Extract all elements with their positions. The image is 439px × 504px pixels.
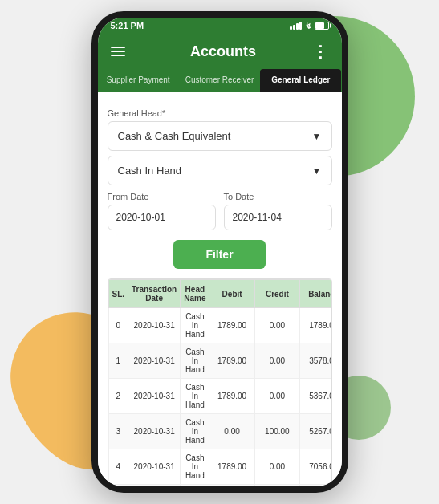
table-row: 3 2020-10-31 Cash In Hand 0.00 100.00 52… xyxy=(108,414,332,449)
cell-credit: 0.00 xyxy=(254,343,299,379)
signal-icon xyxy=(290,22,302,30)
hamburger-menu-button[interactable] xyxy=(111,47,125,56)
chevron-down-icon: ▼ xyxy=(312,165,322,177)
tab-customer-receiver[interactable]: Customer Receiver xyxy=(179,69,260,92)
col-head-name: Head Name xyxy=(181,280,209,308)
table-header-row: SL. Transaction Date Head Name Debit Cre… xyxy=(108,280,332,308)
cell-credit: 0.00 xyxy=(254,449,299,485)
tab-supplier-payment[interactable]: Supplier Payment xyxy=(98,69,179,92)
general-head-value: Cash & Cash Equivalent xyxy=(118,130,231,142)
cell-head: Cash In Hand xyxy=(181,343,209,379)
cell-debit: 1789.00 xyxy=(209,343,254,379)
col-balance: Balance xyxy=(300,280,332,308)
table-row: 4 2020-10-31 Cash In Hand 1789.00 0.00 7… xyxy=(108,449,332,485)
to-date-group: To Date 2020-11-04 xyxy=(224,192,332,230)
cell-balance: -37944.0 xyxy=(300,485,332,487)
cell-head: Cash In Hand xyxy=(181,449,209,485)
general-head-label: General Head* xyxy=(108,108,332,118)
app-header: Accounts ⋮ xyxy=(98,34,342,69)
cell-date: 2020-10-31 xyxy=(128,379,181,414)
cell-balance: 7056.00 xyxy=(300,449,332,485)
page-title: Accounts xyxy=(135,43,312,60)
table-row: 0 2020-10-31 Cash In Hand 1789.00 0.00 1… xyxy=(108,308,332,343)
cell-credit: 0.00 xyxy=(254,379,299,414)
cell-head: Cash In Hand xyxy=(181,414,209,449)
table-row: 1 2020-10-31 Cash In Hand 1789.00 0.00 3… xyxy=(108,343,332,379)
ledger-table: SL. Transaction Date Head Name Debit Cre… xyxy=(108,278,332,486)
cell-debit: 1789.00 xyxy=(209,308,254,343)
cell-sl: 0 xyxy=(108,308,128,343)
cell-balance: 3578.00 xyxy=(300,343,332,379)
cell-sl: 5 xyxy=(108,485,128,487)
tab-bar: Supplier Payment Customer Receiver Gener… xyxy=(98,69,342,92)
cell-credit: 100.00 xyxy=(254,414,299,449)
cell-debit: 0.00 xyxy=(209,485,254,487)
tab-general-ledger[interactable]: General Ledger xyxy=(260,69,341,92)
cell-debit: 0.00 xyxy=(209,414,254,449)
general-head-dropdown[interactable]: Cash & Cash Equivalent ▼ xyxy=(108,121,332,151)
cell-sl: 4 xyxy=(108,449,128,485)
table-row: 2 2020-10-31 Cash In Hand 1789.00 0.00 5… xyxy=(108,379,332,414)
phone-frame: 5:21 PM ↯ Accounts xyxy=(91,11,348,493)
from-date-label: From Date xyxy=(108,192,216,201)
main-content: General Head* Cash & Cash Equivalent ▼ C… xyxy=(98,92,342,486)
status-bar: 5:21 PM ↯ xyxy=(98,18,342,34)
filter-button[interactable]: Filter xyxy=(173,240,265,269)
cell-head: Cash In Hand xyxy=(181,379,209,414)
table-row: 5 2020-10-... Cash In... 0.00 45000.0 -3… xyxy=(108,485,332,487)
cell-sl: 2 xyxy=(108,379,128,414)
cell-debit: 1789.00 xyxy=(209,379,254,414)
status-icons: ↯ xyxy=(290,22,329,30)
cell-balance: 5267.00 xyxy=(300,414,332,449)
cell-credit: 45000.0 xyxy=(254,485,299,487)
battery-icon xyxy=(315,22,329,30)
col-transaction-date: Transaction Date xyxy=(128,280,181,308)
cell-head: Cash In Hand xyxy=(181,308,209,343)
cell-head: Cash In... xyxy=(181,485,209,487)
cell-date: 2020-10-31 xyxy=(128,343,181,379)
more-options-button[interactable]: ⋮ xyxy=(312,42,329,61)
from-date-input[interactable]: 2020-10-01 xyxy=(108,205,216,230)
account-value: Cash In Hand xyxy=(118,165,182,177)
cell-sl: 3 xyxy=(108,414,128,449)
col-sl: SL. xyxy=(108,280,128,308)
from-date-group: From Date 2020-10-01 xyxy=(108,192,216,230)
col-debit: Debit xyxy=(209,280,254,308)
to-date-input[interactable]: 2020-11-04 xyxy=(224,205,332,230)
cell-date: 2020-10-... xyxy=(128,485,181,487)
cell-balance: 1789.00 xyxy=(300,308,332,343)
cell-debit: 1789.00 xyxy=(209,449,254,485)
status-time: 5:21 PM xyxy=(111,21,144,30)
account-dropdown[interactable]: Cash In Hand ▼ xyxy=(108,156,332,185)
cell-date: 2020-10-31 xyxy=(128,414,181,449)
cell-date: 2020-10-31 xyxy=(128,449,181,485)
wifi-icon: ↯ xyxy=(305,22,311,30)
to-date-label: To Date xyxy=(224,192,332,201)
cell-credit: 0.00 xyxy=(254,308,299,343)
cell-balance: 5367.00 xyxy=(300,379,332,414)
date-row: From Date 2020-10-01 To Date 2020-11-04 xyxy=(108,192,332,230)
scene: 5:21 PM ↯ Accounts xyxy=(0,0,439,504)
cell-sl: 1 xyxy=(108,343,128,379)
chevron-down-icon: ▼ xyxy=(312,131,322,142)
col-credit: Credit xyxy=(254,280,299,308)
cell-date: 2020-10-31 xyxy=(128,308,181,343)
